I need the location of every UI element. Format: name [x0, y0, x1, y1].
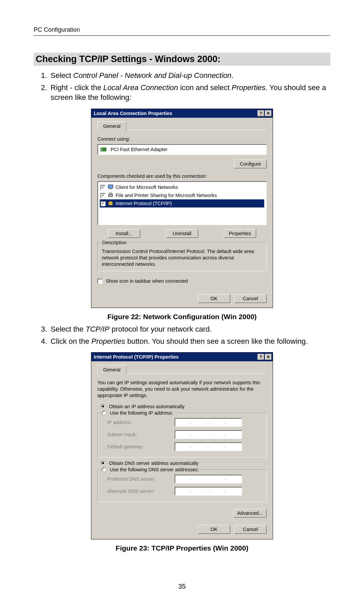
show-icon-label: Show icon in taskbar when connected	[106, 278, 188, 284]
step-2: Right - click the Local Area Connection …	[49, 83, 330, 103]
help-button[interactable]	[257, 110, 264, 116]
description-legend: Description	[101, 240, 128, 246]
step-1: Select Control Panel - Network and Dial-…	[49, 71, 330, 81]
section-heading: Checking TCP/IP Settings - Windows 2000:	[34, 53, 330, 66]
show-icon-checkbox[interactable]	[97, 279, 102, 284]
adapter-name: PCI Fast Ethernet Adapter	[111, 146, 168, 152]
radio-label: Obtain an IP address automatically	[109, 403, 185, 410]
titlebar: Local Area Connection Properties	[91, 109, 273, 118]
radio[interactable]	[101, 404, 105, 409]
subnet-mask-label: Subnet mask:	[107, 431, 175, 438]
component-file-print-sharing[interactable]: File and Printer Sharing for Microsoft N…	[100, 191, 264, 199]
checkbox[interactable]	[100, 193, 105, 198]
radio-label: Use the following IP address:	[110, 410, 173, 416]
text: .	[232, 71, 234, 80]
connect-using-label: Connect using:	[97, 136, 267, 142]
text-italic: TCP/IP	[86, 325, 110, 333]
close-button[interactable]	[265, 354, 272, 360]
install-button[interactable]: Install...	[108, 229, 140, 238]
ip-address-label: IP address:	[107, 419, 175, 425]
components-label: Components checked are used by this conn…	[97, 173, 267, 179]
svg-rect-4	[110, 189, 112, 189]
cancel-button[interactable]: Cancel	[234, 294, 267, 303]
preferred-dns-input[interactable]: ...	[175, 475, 242, 483]
dialog-lan-properties: Local Area Connection Properties General…	[91, 109, 273, 308]
svg-rect-2	[105, 147, 106, 148]
step-4: Click on the Properties button. You shou…	[49, 336, 330, 346]
text-italic: Control Panel - Network and Dial-up Conn…	[73, 71, 232, 80]
component-client-ms-networks[interactable]: Client for Microsoft Networks	[100, 183, 264, 191]
ip-group: Use the following IP address: IP address…	[97, 413, 267, 457]
radio-label: Obtain DNS server address automatically	[109, 460, 199, 466]
tabstrip: General	[97, 365, 267, 373]
radio[interactable]	[102, 467, 107, 472]
text-italic: Properties	[91, 337, 125, 345]
radio-obtain-dns-auto[interactable]: Obtain DNS server address automatically	[101, 460, 267, 466]
component-label: Internet Protocol (TCP/IP)	[116, 200, 172, 206]
radio-use-ip[interactable]: Use the following IP address:	[100, 410, 175, 416]
radio-obtain-ip-auto[interactable]: Obtain an IP address automatically	[101, 403, 267, 410]
text: Select	[51, 71, 73, 80]
uninstall-button[interactable]: Uninstall	[166, 229, 198, 238]
checkbox[interactable]	[100, 185, 105, 190]
tab-general[interactable]: General	[97, 121, 126, 131]
component-label: Client for Microsoft Networks	[116, 184, 178, 190]
text: Click on the	[51, 337, 91, 345]
svg-rect-1	[101, 148, 102, 150]
component-tcpip[interactable]: Internet Protocol (TCP/IP)	[100, 199, 264, 207]
advanced-button[interactable]: Advanced...	[233, 509, 267, 518]
ok-button[interactable]: OK	[198, 525, 230, 534]
step-3: Select the TCP/IP protocol for your netw…	[49, 324, 330, 334]
checkbox[interactable]	[100, 201, 105, 206]
tabstrip: General	[97, 121, 267, 130]
titlebar: Internet Protocol (TCP/IP) Properties	[91, 353, 273, 361]
help-button[interactable]	[257, 354, 264, 360]
default-gateway-input[interactable]: ...	[175, 442, 242, 451]
description-text: Transmission Control Protocol/Internet P…	[102, 248, 262, 268]
preferred-dns-label: Preferred DNS server:	[107, 476, 175, 482]
svg-rect-6	[109, 193, 112, 194]
cancel-button[interactable]: Cancel	[234, 525, 267, 534]
description-group: Description Transmission Control Protoco…	[97, 243, 267, 271]
component-label: File and Printer Sharing for Microsoft N…	[116, 192, 217, 198]
monitor-icon	[108, 184, 114, 190]
printer-icon	[108, 192, 114, 198]
show-icon-row[interactable]: Show icon in taskbar when connected	[97, 278, 267, 284]
titlebar-text: Internet Protocol (TCP/IP) Properties	[94, 354, 257, 360]
alternate-dns-label: Alternate DNS server:	[107, 488, 175, 494]
text-italic: Local Area Connection	[103, 83, 178, 92]
dialog-tcpip-properties: Internet Protocol (TCP/IP) Properties Ge…	[91, 352, 273, 539]
properties-button[interactable]: Properties	[224, 229, 256, 238]
text-italic: Properties	[232, 83, 265, 92]
svg-rect-3	[108, 185, 113, 188]
text: protocol for your network card.	[110, 325, 212, 333]
intro-text: You can get IP settings assigned automat…	[97, 380, 267, 399]
configure-button[interactable]: Configure	[234, 160, 267, 168]
titlebar-text: Local Area Connection Properties	[94, 110, 257, 116]
tab-general[interactable]: General	[97, 365, 126, 374]
text: icon and select	[178, 83, 232, 92]
ip-address-input[interactable]: ...	[175, 418, 242, 427]
adapter-box: PCI Fast Ethernet Adapter	[97, 144, 267, 155]
text: button. You should then see a screen lik…	[125, 337, 308, 345]
figure-22-caption: Figure 22: Network Configuration (Win 20…	[34, 313, 330, 321]
radio-label: Use the following DNS server addresses:	[110, 467, 199, 473]
dns-group: Use the following DNS server addresses: …	[97, 470, 267, 502]
radio[interactable]	[101, 461, 105, 466]
text: Right - click the	[51, 83, 103, 92]
close-button[interactable]	[265, 110, 272, 116]
subnet-mask-input[interactable]: ...	[175, 430, 242, 439]
alternate-dns-input[interactable]: ...	[175, 487, 242, 496]
page-number: 35	[34, 583, 330, 590]
components-list[interactable]: Client for Microsoft Networks File and P…	[97, 181, 267, 225]
text: Select the	[51, 325, 86, 333]
default-gateway-label: Default gateway:	[107, 444, 175, 450]
running-header: PC Configuration	[34, 26, 330, 36]
radio[interactable]	[102, 411, 107, 415]
nic-icon	[100, 147, 107, 152]
protocol-icon	[108, 200, 114, 206]
svg-rect-5	[109, 194, 113, 197]
figure-23-caption: Figure 23: TCP/IP Properties (Win 2000)	[34, 544, 330, 552]
ok-button[interactable]: OK	[198, 294, 230, 303]
radio-use-dns[interactable]: Use the following DNS server addresses:	[100, 467, 200, 473]
